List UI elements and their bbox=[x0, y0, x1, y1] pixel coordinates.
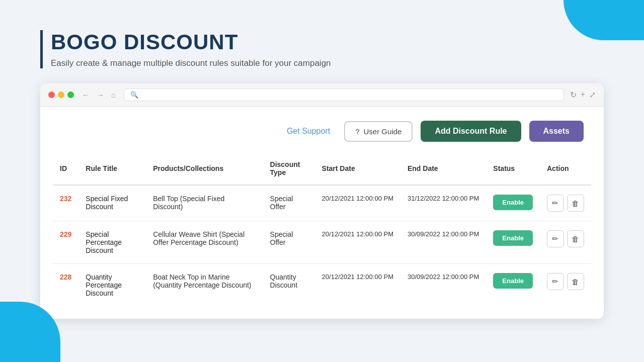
address-bar[interactable]: 🔍 bbox=[124, 88, 564, 101]
cell-discount-type: Special Offer bbox=[263, 221, 315, 264]
question-icon: ? bbox=[355, 127, 359, 136]
enable-button[interactable]: Enable bbox=[493, 273, 533, 289]
cell-action: ✏ 🗑 bbox=[540, 221, 592, 264]
search-icon: 🔍 bbox=[130, 91, 138, 99]
browser-dots bbox=[48, 92, 74, 98]
delete-button[interactable]: 🗑 bbox=[567, 273, 584, 290]
col-header-discount-type: Discount Type bbox=[263, 152, 315, 186]
page-title: BOGO DISCOUNT bbox=[51, 30, 238, 54]
cell-action: ✏ 🗑 bbox=[540, 264, 592, 307]
browser-actions: ↻ + ⤢ bbox=[570, 90, 596, 100]
edit-button[interactable]: ✏ bbox=[547, 195, 564, 212]
cell-end-date: 30/09/2022 12:00:00 PM bbox=[400, 221, 486, 264]
get-support-button[interactable]: Get Support bbox=[281, 123, 336, 140]
header-section: BOGO DISCOUNT Easily create & manage mul… bbox=[0, 0, 644, 83]
add-discount-button[interactable]: Add Discount Rule bbox=[421, 121, 521, 142]
minimize-button[interactable] bbox=[58, 92, 64, 98]
cell-id: 228 bbox=[53, 264, 79, 307]
page-subtitle: Easily create & manage multiple discount… bbox=[51, 58, 331, 68]
edit-button[interactable]: ✏ bbox=[547, 273, 564, 290]
cell-action: ✏ 🗑 bbox=[540, 185, 592, 221]
enable-button[interactable]: Enable bbox=[493, 195, 533, 210]
table-row: 232 Special Fixed Discount Bell Top (Spe… bbox=[53, 185, 592, 221]
col-header-start-date: Start Date bbox=[315, 152, 400, 186]
cell-products: Cellular Weave Shirt (Special Offer Perc… bbox=[146, 221, 263, 264]
close-button[interactable] bbox=[48, 92, 55, 98]
table-container: ID Rule Title Products/Collections Disco… bbox=[40, 152, 604, 319]
maximize-button[interactable] bbox=[67, 92, 74, 98]
browser-window: ← → ⌂ 🔍 ↻ + ⤢ Get Support ? User Guide A… bbox=[40, 83, 604, 319]
action-buttons: ✏ 🗑 bbox=[547, 195, 584, 212]
discount-rules-table: ID Rule Title Products/Collections Disco… bbox=[52, 152, 592, 307]
cell-start-date: 20/12/2021 12:00:00 PM bbox=[315, 264, 400, 307]
col-header-end-date: End Date bbox=[400, 152, 486, 186]
browser-nav: ← → ⌂ bbox=[80, 89, 118, 100]
cell-rule-title: Quantity Percentage Discount bbox=[78, 264, 146, 307]
col-header-id: ID bbox=[53, 152, 79, 186]
cell-end-date: 30/09/2022 12:00:00 PM bbox=[400, 264, 486, 307]
table-header-row: ID Rule Title Products/Collections Disco… bbox=[53, 152, 592, 186]
new-tab-icon[interactable]: + bbox=[581, 90, 585, 100]
browser-bar: ← → ⌂ 🔍 ↻ + ⤢ bbox=[40, 83, 604, 107]
action-buttons: ✏ 🗑 bbox=[547, 230, 584, 247]
cell-discount-type: Quantity Discount bbox=[263, 264, 315, 307]
edit-button[interactable]: ✏ bbox=[547, 230, 564, 247]
cell-start-date: 20/12/2021 12:00:00 PM bbox=[315, 185, 400, 221]
cell-status: Enable bbox=[486, 264, 540, 307]
action-buttons: ✏ 🗑 bbox=[547, 273, 584, 290]
cell-products: Boat Neck Top in Marine (Quantity Percen… bbox=[146, 264, 263, 307]
cell-id: 229 bbox=[53, 221, 79, 264]
cell-products: Bell Top (Special Fixed Discount) bbox=[146, 185, 263, 221]
refresh-icon[interactable]: ↻ bbox=[570, 90, 577, 100]
forward-icon[interactable]: → bbox=[95, 89, 106, 100]
col-header-rule-title: Rule Title bbox=[78, 152, 146, 186]
col-header-products: Products/Collections bbox=[146, 152, 263, 186]
col-header-action: Action bbox=[540, 152, 592, 186]
cell-id: 232 bbox=[53, 185, 79, 221]
cell-rule-title: Special Percentage Discount bbox=[78, 221, 146, 264]
cell-rule-title: Special Fixed Discount bbox=[78, 185, 146, 221]
cell-status: Enable bbox=[486, 185, 540, 221]
header-border: BOGO DISCOUNT Easily create & manage mul… bbox=[40, 30, 604, 68]
cell-end-date: 31/12/2022 12:00:00 PM bbox=[400, 185, 486, 221]
cell-start-date: 20/12/2021 12:00:00 PM bbox=[315, 221, 400, 264]
cell-status: Enable bbox=[486, 221, 540, 264]
delete-button[interactable]: 🗑 bbox=[567, 230, 584, 247]
assets-button[interactable]: Assets bbox=[529, 121, 584, 142]
cell-discount-type: Special Offer bbox=[263, 185, 315, 221]
home-icon[interactable]: ⌂ bbox=[109, 89, 118, 100]
expand-icon[interactable]: ⤢ bbox=[589, 90, 596, 100]
table-row: 229 Special Percentage Discount Cellular… bbox=[53, 221, 592, 264]
back-icon[interactable]: ← bbox=[80, 89, 92, 100]
app-toolbar: Get Support ? User Guide Add Discount Ru… bbox=[40, 107, 604, 152]
user-guide-label: User Guide bbox=[364, 127, 402, 136]
col-header-status: Status bbox=[486, 152, 540, 186]
enable-button[interactable]: Enable bbox=[493, 230, 533, 246]
table-row: 228 Quantity Percentage Discount Boat Ne… bbox=[53, 264, 592, 307]
delete-button[interactable]: 🗑 bbox=[567, 195, 584, 212]
user-guide-button[interactable]: ? User Guide bbox=[344, 121, 413, 142]
